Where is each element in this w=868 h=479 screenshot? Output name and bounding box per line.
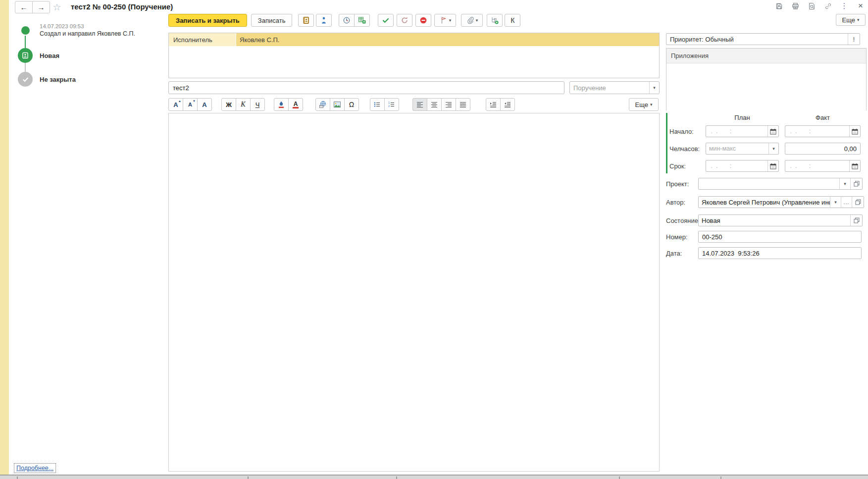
forward-button[interactable]: → xyxy=(32,1,50,13)
number-input[interactable] xyxy=(698,231,862,243)
chevron-down-icon: ▾ xyxy=(650,102,653,107)
state-open-button[interactable] xyxy=(850,215,862,226)
list-group: 12 xyxy=(370,98,399,111)
hours-plan-input[interactable] xyxy=(706,145,768,152)
author-choose-button[interactable]: ... xyxy=(841,197,852,208)
font-increase-button[interactable]: A▲ xyxy=(168,98,183,111)
indent-decrease-icon xyxy=(504,101,511,108)
favorite-star-icon[interactable]: ☆ xyxy=(51,1,63,13)
chevron-down-icon: ▾ xyxy=(844,181,846,186)
due-plan-calendar-button[interactable] xyxy=(767,160,778,171)
flag-button[interactable]: ▾ xyxy=(434,14,456,27)
indent-increase-button[interactable] xyxy=(486,98,501,111)
cancel-button[interactable] xyxy=(415,14,431,27)
special-char-button[interactable]: Ω xyxy=(344,98,359,111)
insert-image-button[interactable] xyxy=(330,98,345,111)
timeline-created-datetime: 14.07.2023 09:53 xyxy=(40,23,84,29)
start-plan-field[interactable]: . . : xyxy=(706,125,779,137)
planner-button[interactable] xyxy=(354,14,370,27)
calendar-icon xyxy=(852,163,858,169)
executor-value-cell[interactable]: Яковлев С.П. xyxy=(236,33,659,46)
bold-button[interactable]: Ж xyxy=(221,98,236,111)
tick-mark xyxy=(619,477,620,479)
more-button-top[interactable]: Еще▾ xyxy=(836,14,866,26)
due-fact-calendar-button[interactable] xyxy=(849,160,860,171)
subject-input[interactable] xyxy=(168,81,564,94)
executor-table: Исполнитель Яковлев С.П. xyxy=(168,33,660,78)
badge-icon xyxy=(21,52,29,59)
font-color-button[interactable]: A xyxy=(288,98,303,111)
project-field[interactable]: ▾ xyxy=(698,178,863,190)
start-label: Начало: xyxy=(669,128,694,135)
state-field[interactable]: Новая xyxy=(698,214,863,226)
project-dropdown-button[interactable]: ▾ xyxy=(839,178,850,189)
more-button-label: Еще xyxy=(842,16,855,24)
address-book-button[interactable] xyxy=(298,14,314,27)
highlight-color-button[interactable] xyxy=(274,98,289,111)
assignee-button[interactable] xyxy=(316,14,332,27)
preview-icon[interactable] xyxy=(807,1,817,10)
exclamation-icon: ! xyxy=(853,36,855,43)
more-button-editor[interactable]: Еще▾ xyxy=(629,98,659,111)
open-icon xyxy=(855,199,861,205)
indent-decrease-button[interactable] xyxy=(500,98,515,111)
more-button-label: Еще xyxy=(635,101,648,108)
accept-button[interactable] xyxy=(378,14,394,27)
state-value: Новая xyxy=(699,217,850,224)
start-fact-field[interactable]: . . : xyxy=(785,125,861,137)
bullet-list-button[interactable] xyxy=(370,98,385,111)
font-decrease-button[interactable]: A▼ xyxy=(183,98,198,111)
align-left-button[interactable] xyxy=(412,98,427,111)
link-icon[interactable] xyxy=(823,1,833,10)
author-open-button[interactable] xyxy=(852,197,864,208)
hours-plan-dropdown-button[interactable]: ▾ xyxy=(768,143,778,154)
priority-field[interactable]: Приоритет: Обычный ! xyxy=(666,33,860,45)
save-and-close-button[interactable]: Записать и закрыть xyxy=(168,14,247,27)
numbered-list-button[interactable]: 12 xyxy=(384,98,399,111)
back-button[interactable]: ← xyxy=(15,1,32,13)
restart-button[interactable] xyxy=(397,14,412,27)
author-field[interactable]: Яковлев Сергей Петрович (Управление инф … xyxy=(698,196,864,208)
paperclip-icon xyxy=(466,16,474,24)
executor-column-label: Исполнитель xyxy=(169,33,236,46)
bullet-list-icon xyxy=(373,101,381,108)
details-link[interactable]: Подробнее... xyxy=(14,463,56,473)
timeline-created-dot xyxy=(21,26,30,35)
date-input[interactable] xyxy=(698,247,862,259)
forward-icon: → xyxy=(38,3,45,11)
description-editor[interactable] xyxy=(168,113,660,472)
save-icon[interactable] xyxy=(774,1,784,10)
more-menu-icon[interactable]: ⋮ xyxy=(839,1,849,10)
project-open-button[interactable] xyxy=(850,178,862,189)
hours-fact-field[interactable]: 0,00 xyxy=(785,143,861,155)
start-plan-calendar-button[interactable] xyxy=(767,126,778,137)
justify-button[interactable] xyxy=(456,98,470,111)
due-fact-field[interactable]: . . : xyxy=(785,160,861,172)
italic-button[interactable]: К xyxy=(236,98,251,111)
hours-plan-field[interactable]: ▾ xyxy=(706,143,779,155)
close-icon[interactable]: × xyxy=(856,1,866,10)
doc-type-dropdown-button[interactable]: ▾ xyxy=(649,82,659,94)
save-button[interactable]: Записать xyxy=(251,14,293,27)
align-left-icon xyxy=(416,101,424,108)
align-right-icon xyxy=(445,101,453,108)
print-icon[interactable] xyxy=(790,1,800,10)
align-center-button[interactable] xyxy=(427,98,442,111)
insert-link-button[interactable] xyxy=(315,98,330,111)
font-button[interactable]: A xyxy=(197,98,212,111)
align-right-button[interactable] xyxy=(441,98,456,111)
executor-table-body[interactable] xyxy=(169,46,659,78)
priority-importance-button[interactable]: ! xyxy=(848,34,860,45)
attachments-list[interactable] xyxy=(666,63,866,110)
doc-type-select[interactable]: Поручение ▾ xyxy=(569,81,660,94)
start-fact-calendar-button[interactable] xyxy=(849,126,860,137)
due-plan-field[interactable]: . . : xyxy=(706,160,779,172)
subtask-button[interactable] xyxy=(487,14,503,27)
time-tracking-button[interactable] xyxy=(339,14,355,27)
underline-button[interactable]: Ч xyxy=(250,98,265,111)
author-dropdown-button[interactable]: ▾ xyxy=(830,197,841,208)
chevron-down-icon: ▾ xyxy=(772,146,775,151)
timeline-state-new-label: Новая xyxy=(40,52,59,59)
attachments-button[interactable]: ▾ xyxy=(461,14,483,27)
k-button[interactable]: К xyxy=(505,14,520,27)
